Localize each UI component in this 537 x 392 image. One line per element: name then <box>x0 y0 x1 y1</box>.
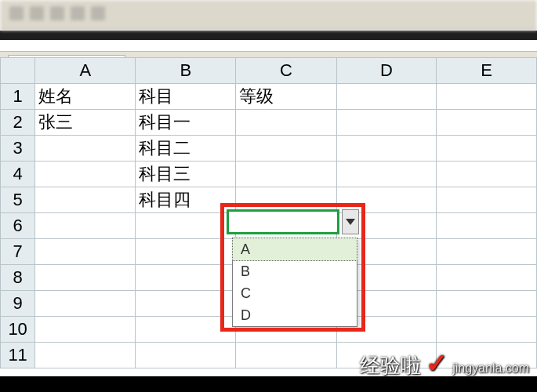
cell-E1[interactable] <box>437 84 537 110</box>
row-header-3[interactable]: 3 <box>1 136 35 162</box>
ribbon-divider <box>0 31 537 40</box>
cell-A7[interactable] <box>35 239 136 265</box>
dropdown-option-D[interactable]: D <box>233 304 357 326</box>
cell-B1[interactable]: 科目 <box>136 84 236 110</box>
cell-E4[interactable] <box>437 162 537 187</box>
watermark-text: 经验啦 <box>360 352 421 379</box>
cell-C4[interactable] <box>236 162 336 187</box>
toolbar-blurred <box>0 0 537 31</box>
cell-B9[interactable] <box>136 291 236 317</box>
dropdown-option-A[interactable]: A <box>232 238 357 261</box>
cell-A11[interactable] <box>35 343 136 368</box>
dropdown-option-B[interactable]: B <box>233 260 357 282</box>
col-header-A[interactable]: A <box>35 58 136 84</box>
cell-A2[interactable]: 张三 <box>35 110 136 136</box>
cell-B7[interactable] <box>136 239 236 265</box>
row-header-1[interactable]: 1 <box>1 84 35 110</box>
row-header-2[interactable]: 2 <box>1 110 35 136</box>
col-header-E[interactable]: E <box>437 58 537 84</box>
cell-B8[interactable] <box>136 265 236 291</box>
row-header-5[interactable]: 5 <box>1 187 35 213</box>
select-all-corner[interactable] <box>1 58 35 84</box>
cell-B3[interactable]: 科目二 <box>136 136 236 162</box>
cell-E5[interactable] <box>437 187 537 213</box>
cell-E2[interactable] <box>437 110 537 136</box>
col-header-C[interactable]: C <box>236 58 336 84</box>
col-header-B[interactable]: B <box>136 58 236 84</box>
cell-A9[interactable] <box>35 291 136 317</box>
cell-C11[interactable] <box>236 343 336 368</box>
cell-B5[interactable]: 科目四 <box>136 187 236 213</box>
cell-A4[interactable] <box>35 162 136 187</box>
row-header-10[interactable]: 10 <box>1 317 35 343</box>
cell-E3[interactable] <box>437 136 537 162</box>
cell-A1[interactable]: 姓名 <box>35 84 136 110</box>
cell-C2[interactable] <box>236 110 336 136</box>
cell-E7[interactable] <box>437 239 537 265</box>
cell-A10[interactable] <box>35 317 136 343</box>
cell-B10[interactable] <box>136 317 236 343</box>
cell-C1[interactable]: 等级 <box>236 84 336 110</box>
cell-D1[interactable] <box>336 84 437 110</box>
cell-D2[interactable] <box>336 110 437 136</box>
row-header-11[interactable]: 11 <box>1 343 35 368</box>
cell-E6[interactable] <box>437 213 537 239</box>
cell-B6[interactable] <box>136 213 236 239</box>
row-header-9[interactable]: 9 <box>1 291 35 317</box>
cell-C3[interactable] <box>236 136 336 162</box>
row-header-6[interactable]: 6 <box>1 213 35 239</box>
cell-B2[interactable]: 科目一 <box>136 110 236 136</box>
dropdown-option-C[interactable]: C <box>233 282 357 304</box>
cell-D4[interactable] <box>336 162 437 187</box>
watermark: 经验啦 ✓ jingyanla.com <box>360 347 529 379</box>
row-header-8[interactable]: 8 <box>1 265 35 291</box>
cell-E8[interactable] <box>437 265 537 291</box>
cell-A8[interactable] <box>35 265 136 291</box>
ribbon-edge <box>0 40 537 51</box>
check-icon: ✓ <box>426 347 448 379</box>
cell-E10[interactable] <box>437 317 537 343</box>
cell-A5[interactable] <box>35 187 136 213</box>
cell-B4[interactable]: 科目三 <box>136 162 236 187</box>
row-header-7[interactable]: 7 <box>1 239 35 265</box>
cell-A3[interactable] <box>35 136 136 162</box>
cell-A6[interactable] <box>35 213 136 239</box>
row-header-4[interactable]: 4 <box>1 162 35 187</box>
col-header-D[interactable]: D <box>336 58 437 84</box>
chevron-down-icon <box>346 219 355 225</box>
data-validation-dropdown-list[interactable]: A B C D <box>232 238 357 327</box>
cell-D3[interactable] <box>336 136 437 162</box>
watermark-url: jingyanla.com <box>452 361 529 376</box>
cell-E9[interactable] <box>437 291 537 317</box>
cell-B11[interactable] <box>136 343 236 368</box>
spreadsheet-grid[interactable]: A B C D E 1 姓名 科目 等级 2 张三 科目一 <box>0 81 537 377</box>
active-cell-outline[interactable] <box>227 209 339 234</box>
data-validation-dropdown-arrow[interactable] <box>342 209 359 234</box>
